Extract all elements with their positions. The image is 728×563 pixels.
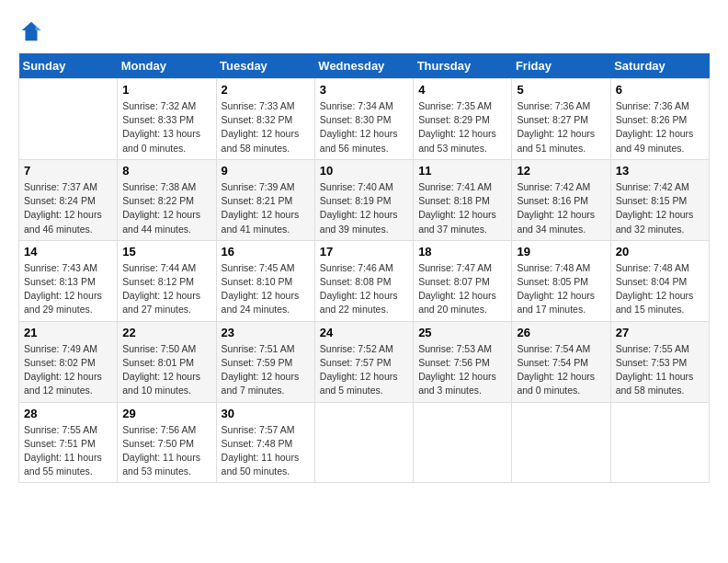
week-row-2: 14Sunrise: 7:43 AMSunset: 8:13 PMDayligh… [19,240,710,321]
calendar-cell: 20Sunrise: 7:48 AMSunset: 8:04 PMDayligh… [610,240,709,321]
calendar-cell: 30Sunrise: 7:57 AMSunset: 7:48 PMDayligh… [216,402,314,483]
calendar-cell: 12Sunrise: 7:42 AMSunset: 8:16 PMDayligh… [512,159,610,240]
day-info: Sunrise: 7:40 AMSunset: 8:19 PMDaylight:… [320,180,408,236]
header-cell-wednesday: Wednesday [314,53,413,79]
calendar-cell: 26Sunrise: 7:54 AMSunset: 7:54 PMDayligh… [512,321,610,402]
day-number: 12 [517,164,605,178]
calendar-cell: 28Sunrise: 7:55 AMSunset: 7:51 PMDayligh… [19,402,118,483]
calendar-cell: 29Sunrise: 7:56 AMSunset: 7:50 PMDayligh… [118,402,216,483]
day-info: Sunrise: 7:53 AMSunset: 7:56 PMDaylight:… [418,342,506,398]
day-info: Sunrise: 7:43 AMSunset: 8:13 PMDaylight:… [24,261,112,317]
calendar-cell: 18Sunrise: 7:47 AMSunset: 8:07 PMDayligh… [414,240,512,321]
calendar-cell [414,402,512,483]
calendar-cell: 13Sunrise: 7:42 AMSunset: 8:15 PMDayligh… [610,159,709,240]
day-info: Sunrise: 7:33 AMSunset: 8:32 PMDaylight:… [222,99,310,155]
calendar-header: SundayMondayTuesdayWednesdayThursdayFrid… [19,53,710,79]
calendar-cell: 10Sunrise: 7:40 AMSunset: 8:19 PMDayligh… [314,159,413,240]
day-info: Sunrise: 7:55 AMSunset: 7:51 PMDaylight:… [24,423,112,479]
header-cell-friday: Friday [512,53,610,79]
day-info: Sunrise: 7:42 AMSunset: 8:15 PMDaylight:… [616,180,704,236]
header-cell-sunday: Sunday [19,53,118,79]
day-number: 29 [122,407,210,420]
day-info: Sunrise: 7:39 AMSunset: 8:21 PMDaylight:… [222,180,310,236]
day-number: 18 [418,245,506,259]
calendar-cell [512,402,610,483]
calendar-cell: 25Sunrise: 7:53 AMSunset: 7:56 PMDayligh… [414,321,512,402]
day-info: Sunrise: 7:49 AMSunset: 8:02 PMDaylight:… [24,342,112,398]
calendar-cell: 15Sunrise: 7:44 AMSunset: 8:12 PMDayligh… [118,240,216,321]
calendar-cell: 21Sunrise: 7:49 AMSunset: 8:02 PMDayligh… [19,321,118,402]
calendar-cell: 5Sunrise: 7:36 AMSunset: 8:27 PMDaylight… [512,79,610,160]
day-info: Sunrise: 7:56 AMSunset: 7:50 PMDaylight:… [122,423,210,479]
header-cell-thursday: Thursday [414,53,512,79]
calendar-cell: 2Sunrise: 7:33 AMSunset: 8:32 PMDaylight… [216,79,314,160]
day-number: 26 [517,326,605,339]
day-number: 28 [24,407,112,420]
header-row: SundayMondayTuesdayWednesdayThursdayFrid… [19,53,710,79]
calendar-cell [19,79,118,160]
calendar-cell: 27Sunrise: 7:55 AMSunset: 7:53 PMDayligh… [610,321,709,402]
day-number: 20 [616,245,704,259]
day-number: 19 [517,245,605,259]
day-info: Sunrise: 7:48 AMSunset: 8:04 PMDaylight:… [616,261,704,317]
day-info: Sunrise: 7:51 AMSunset: 7:59 PMDaylight:… [222,342,310,398]
calendar-cell: 14Sunrise: 7:43 AMSunset: 8:13 PMDayligh… [19,240,118,321]
logo-icon [18,18,44,44]
day-info: Sunrise: 7:45 AMSunset: 8:10 PMDaylight:… [222,261,310,317]
day-info: Sunrise: 7:46 AMSunset: 8:08 PMDaylight:… [320,261,408,317]
day-number: 1 [122,83,210,97]
day-number: 9 [222,164,310,178]
day-number: 22 [122,326,210,339]
calendar-cell: 7Sunrise: 7:37 AMSunset: 8:24 PMDaylight… [19,159,118,240]
day-info: Sunrise: 7:41 AMSunset: 8:18 PMDaylight:… [418,180,506,236]
day-number: 16 [222,245,310,259]
day-number: 3 [320,83,408,97]
day-number: 2 [222,83,310,97]
day-number: 21 [24,326,112,339]
header-cell-tuesday: Tuesday [216,53,314,79]
calendar-cell: 24Sunrise: 7:52 AMSunset: 7:57 PMDayligh… [314,321,413,402]
calendar-cell: 3Sunrise: 7:34 AMSunset: 8:30 PMDaylight… [314,79,413,160]
calendar-cell: 1Sunrise: 7:32 AMSunset: 8:33 PMDaylight… [118,79,216,160]
week-row-3: 21Sunrise: 7:49 AMSunset: 8:02 PMDayligh… [19,321,710,402]
day-number: 23 [222,326,310,339]
day-info: Sunrise: 7:32 AMSunset: 8:33 PMDaylight:… [122,99,210,155]
day-number: 10 [320,164,408,178]
day-number: 17 [320,245,408,259]
day-info: Sunrise: 7:36 AMSunset: 8:27 PMDaylight:… [517,99,605,155]
day-info: Sunrise: 7:50 AMSunset: 8:01 PMDaylight:… [122,342,210,398]
week-row-4: 28Sunrise: 7:55 AMSunset: 7:51 PMDayligh… [19,402,710,483]
day-info: Sunrise: 7:52 AMSunset: 7:57 PMDaylight:… [320,342,408,398]
day-number: 7 [24,164,112,178]
page-header [18,18,710,44]
svg-marker-0 [22,22,41,41]
day-info: Sunrise: 7:47 AMSunset: 8:07 PMDaylight:… [418,261,506,317]
day-number: 4 [418,83,506,97]
calendar-cell: 22Sunrise: 7:50 AMSunset: 8:01 PMDayligh… [118,321,216,402]
calendar-cell: 11Sunrise: 7:41 AMSunset: 8:18 PMDayligh… [414,159,512,240]
day-info: Sunrise: 7:44 AMSunset: 8:12 PMDaylight:… [122,261,210,317]
day-number: 5 [517,83,605,97]
day-number: 6 [616,83,704,97]
day-info: Sunrise: 7:38 AMSunset: 8:22 PMDaylight:… [122,180,210,236]
calendar-body: 1Sunrise: 7:32 AMSunset: 8:33 PMDaylight… [19,79,710,483]
calendar-cell: 9Sunrise: 7:39 AMSunset: 8:21 PMDaylight… [216,159,314,240]
calendar-cell [610,402,709,483]
day-number: 30 [222,407,310,420]
day-number: 8 [122,164,210,178]
day-info: Sunrise: 7:55 AMSunset: 7:53 PMDaylight:… [616,342,704,398]
day-number: 25 [418,326,506,339]
header-cell-saturday: Saturday [610,53,709,79]
day-number: 27 [616,326,704,339]
day-number: 15 [122,245,210,259]
calendar-cell: 6Sunrise: 7:36 AMSunset: 8:26 PMDaylight… [610,79,709,160]
day-info: Sunrise: 7:37 AMSunset: 8:24 PMDaylight:… [24,180,112,236]
day-info: Sunrise: 7:57 AMSunset: 7:48 PMDaylight:… [222,423,310,479]
day-info: Sunrise: 7:48 AMSunset: 8:05 PMDaylight:… [517,261,605,317]
calendar-table: SundayMondayTuesdayWednesdayThursdayFrid… [18,53,710,483]
calendar-cell: 23Sunrise: 7:51 AMSunset: 7:59 PMDayligh… [216,321,314,402]
day-number: 14 [24,245,112,259]
calendar-cell: 8Sunrise: 7:38 AMSunset: 8:22 PMDaylight… [118,159,216,240]
calendar-cell [314,402,413,483]
logo [18,18,48,44]
